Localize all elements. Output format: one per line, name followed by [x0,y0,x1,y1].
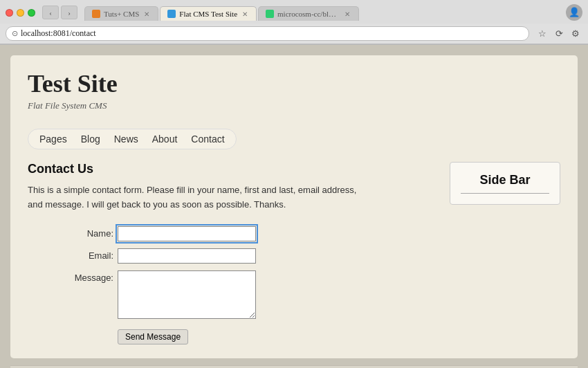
page-footer: Copyrighted 2012 by Your Company Running… [10,365,578,368]
message-row: Message: [69,270,436,319]
tab-label: Tuts+ CMS [104,10,139,18]
sidebar-title: Side Bar [461,173,549,194]
tab-microcosm[interactable]: microcosm-cc/bluemonday: ✕ [258,6,359,21]
email-row: Email: [69,248,436,264]
browser-nav-buttons: ‹ › [42,6,77,19]
nav-bar: Pages Blog News About Contact [28,129,237,149]
sidebar-box: Side Bar [450,162,560,205]
name-label: Name: [69,226,118,239]
browser-chrome: ‹ › Tuts+ CMS ✕ Flat CMS Test Site ✕ mic… [0,0,588,45]
site-header: Test Site Flat File System CMS [28,69,560,118]
name-row: Name: [69,226,436,241]
contact-description: This is a simple contact form. Please fi… [28,183,360,212]
nav-item-blog[interactable]: Blog [81,134,100,145]
tab-favicon [92,10,100,18]
profile-icon[interactable]: 👤 [566,4,582,21]
traffic-lights [6,9,35,17]
send-message-button[interactable]: Send Message [118,329,188,344]
close-button[interactable] [6,9,13,17]
message-label: Message: [69,270,118,283]
site-title: Test Site [28,69,560,99]
main-layout: Contact Us This is a simple contact form… [28,162,560,344]
lock-icon: ⊙ [12,29,18,38]
message-textarea[interactable] [118,270,256,319]
name-input[interactable] [118,226,256,241]
tab-close-icon[interactable]: ✕ [241,10,249,18]
contact-heading: Contact Us [28,162,436,176]
tab-favicon [167,10,176,18]
extensions-icon[interactable]: ⚙ [569,27,582,41]
email-label: Email: [69,248,118,261]
email-input[interactable] [118,248,256,264]
sidebar: Side Bar [450,162,560,344]
refresh-icon[interactable]: ⟳ [552,27,566,41]
maximize-button[interactable] [28,9,35,17]
back-button[interactable]: ‹ [42,6,59,19]
toolbar-icons: ☆ ⟳ ⚙ [535,27,582,41]
nav-item-pages[interactable]: Pages [39,134,67,145]
contact-form: Name: Email: Message: Send Message [69,226,436,344]
tab-label: Flat CMS Test Site [179,10,237,18]
tab-label: microcosm-cc/bluemonday: [277,10,340,18]
tab-close-icon[interactable]: ✕ [343,10,351,18]
tab-favicon [266,10,274,18]
minimize-button[interactable] [17,9,24,17]
forward-button[interactable]: › [61,6,77,19]
nav-item-about[interactable]: About [152,134,178,145]
site-subtitle: Flat File System CMS [28,100,560,111]
nav-item-news[interactable]: News [114,134,138,145]
page-content: Test Site Flat File System CMS Pages Blo… [10,55,578,358]
browser-titlebar: ‹ › Tuts+ CMS ✕ Flat CMS Test Site ✕ mic… [0,0,588,24]
main-content: Contact Us This is a simple contact form… [28,162,436,344]
tab-close-icon[interactable]: ✕ [143,10,151,18]
tab-tuts-cms[interactable]: Tuts+ CMS ✕ [84,6,158,21]
nav-item-contact[interactable]: Contact [191,134,224,145]
url-text: localhost:8081/contact [21,28,96,39]
bookmark-icon[interactable]: ☆ [535,27,549,41]
address-bar[interactable]: ⊙ localhost:8081/contact [6,26,529,41]
tab-flat-cms[interactable]: Flat CMS Test Site ✕ [160,6,257,21]
address-bar-row: ⊙ localhost:8081/contact ☆ ⟳ ⚙ [0,24,588,44]
